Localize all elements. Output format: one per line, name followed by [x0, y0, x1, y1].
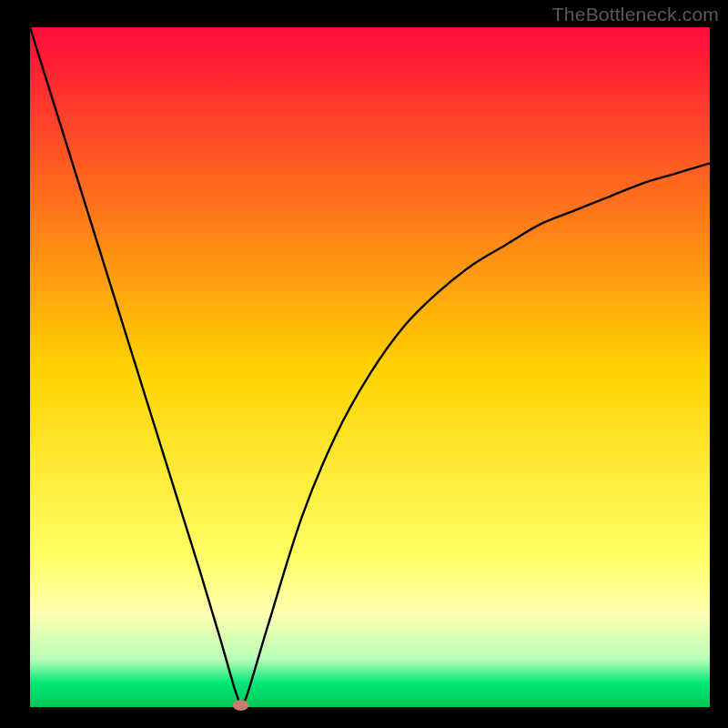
plot-background-gradient	[30, 27, 710, 707]
bottleneck-chart	[0, 0, 728, 728]
chart-frame: TheBottleneck.com	[0, 0, 728, 728]
optimal-point-marker	[233, 700, 249, 711]
